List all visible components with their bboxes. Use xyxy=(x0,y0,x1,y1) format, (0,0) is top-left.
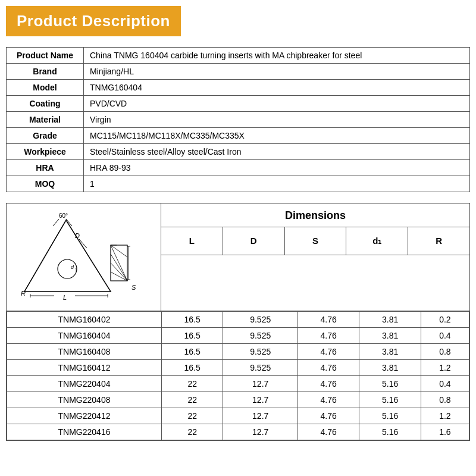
row-label: Brand xyxy=(7,64,84,80)
value-cell: 3.81 xyxy=(359,360,421,376)
page-title: Product Description xyxy=(17,12,170,30)
dimensions-top: 60° D d 1 xyxy=(7,203,469,311)
model-cell: TNMG220408 xyxy=(7,392,162,408)
value-cell: 1.2 xyxy=(421,408,469,424)
row-value: HRA 89-93 xyxy=(84,160,470,176)
table-row: MOQ1 xyxy=(7,176,470,192)
col-header: D xyxy=(223,227,285,255)
value-cell: 12.7 xyxy=(223,376,298,392)
value-cell: 16.5 xyxy=(162,344,223,360)
svg-line-12 xyxy=(111,263,127,281)
value-cell: 9.525 xyxy=(223,344,298,360)
model-cell: TNMG160408 xyxy=(7,344,162,360)
svg-line-1 xyxy=(53,219,59,226)
value-cell: 5.16 xyxy=(359,408,421,424)
svg-text:60°: 60° xyxy=(59,212,68,219)
value-cell: 4.76 xyxy=(298,344,359,360)
row-value: PVD/CVD xyxy=(84,96,470,112)
value-cell: 3.81 xyxy=(359,344,421,360)
model-cell: TNMG220416 xyxy=(7,424,162,440)
table-row: CoatingPVD/CVD xyxy=(7,96,470,112)
value-cell: 12.7 xyxy=(223,392,298,408)
value-cell: 16.5 xyxy=(162,328,223,344)
dimensions-col-headers: LDSd₁R xyxy=(161,227,469,255)
table-row: TNMG2204082212.74.765.160.8 xyxy=(7,392,469,408)
value-cell: 0.8 xyxy=(421,392,469,408)
header-banner: Product Description xyxy=(6,6,181,36)
row-value: Virgin xyxy=(84,112,470,128)
row-label: Workpiece xyxy=(7,144,84,160)
value-cell: 1.2 xyxy=(421,360,469,376)
table-row: TNMG16041216.59.5254.763.811.2 xyxy=(7,360,469,376)
value-cell: 16.5 xyxy=(162,360,223,376)
dimensions-section: 60° D d 1 xyxy=(6,203,470,441)
row-label: HRA xyxy=(7,160,84,176)
model-cell: TNMG160412 xyxy=(7,360,162,376)
row-value: Steel/Stainless steel/Alloy steel/Cast I… xyxy=(84,144,470,160)
dimensions-data-table: TNMG16040216.59.5254.763.810.2TNMG160404… xyxy=(7,311,469,440)
table-row: TNMG2204122212.74.765.161.2 xyxy=(7,408,469,424)
value-cell: 9.525 xyxy=(223,328,298,344)
row-value: 1 xyxy=(84,176,470,192)
model-cell: TNMG160404 xyxy=(7,328,162,344)
value-cell: 9.525 xyxy=(223,312,298,328)
table-row: TNMG16040816.59.5254.763.810.8 xyxy=(7,344,469,360)
svg-line-14 xyxy=(111,245,127,257)
col-header: d₁ xyxy=(346,227,408,255)
row-label: Material xyxy=(7,112,84,128)
row-value: China TNMG 160404 carbide turning insert… xyxy=(84,48,470,64)
value-cell: 22 xyxy=(162,408,223,424)
value-cell: 1.6 xyxy=(421,424,469,440)
table-row: GradeMC115/MC118/MC118X/MC335/MC335X xyxy=(7,128,470,144)
value-cell: 12.7 xyxy=(223,424,298,440)
value-cell: 5.16 xyxy=(359,376,421,392)
value-cell: 22 xyxy=(162,376,223,392)
svg-text:R: R xyxy=(21,290,26,297)
svg-text:L: L xyxy=(63,294,67,301)
value-cell: 4.76 xyxy=(298,328,359,344)
value-cell: 4.76 xyxy=(298,424,359,440)
table-row: BrandMinjiang/HL xyxy=(7,64,470,80)
svg-marker-3 xyxy=(24,220,111,292)
value-cell: 5.16 xyxy=(359,424,421,440)
value-cell: 9.525 xyxy=(223,360,298,376)
row-value: TNMG160404 xyxy=(84,80,470,96)
value-cell: 4.76 xyxy=(298,392,359,408)
row-label: Coating xyxy=(7,96,84,112)
col-header: R xyxy=(408,227,469,255)
value-cell: 12.7 xyxy=(223,408,298,424)
table-row: TNMG2204162212.74.765.161.6 xyxy=(7,424,469,440)
row-label: Model xyxy=(7,80,84,96)
svg-text:d: d xyxy=(71,264,74,270)
value-cell: 3.81 xyxy=(359,328,421,344)
row-label: Product Name xyxy=(7,48,84,64)
model-cell: TNMG160402 xyxy=(7,312,162,328)
model-cell: TNMG220412 xyxy=(7,408,162,424)
value-cell: 0.4 xyxy=(421,376,469,392)
row-value: Minjiang/HL xyxy=(84,64,470,80)
table-row: HRAHRA 89-93 xyxy=(7,160,470,176)
product-info-table: Product NameChina TNMG 160404 carbide tu… xyxy=(6,47,470,192)
row-label: Grade xyxy=(7,128,84,144)
row-label: MOQ xyxy=(7,176,84,192)
col-header: S xyxy=(285,227,347,255)
svg-point-4 xyxy=(58,259,77,278)
value-cell: 4.76 xyxy=(298,312,359,328)
table-row: ModelTNMG160404 xyxy=(7,80,470,96)
value-cell: 4.76 xyxy=(298,376,359,392)
value-cell: 5.16 xyxy=(359,392,421,408)
value-cell: 4.76 xyxy=(298,408,359,424)
value-cell: 0.2 xyxy=(421,312,469,328)
svg-line-11 xyxy=(111,254,127,281)
value-cell: 16.5 xyxy=(162,312,223,328)
value-cell: 22 xyxy=(162,424,223,440)
model-cell: TNMG220404 xyxy=(7,376,162,392)
table-row: Product NameChina TNMG 160404 carbide tu… xyxy=(7,48,470,64)
table-row: TNMG16040416.59.5254.763.810.4 xyxy=(7,328,469,344)
svg-text:1: 1 xyxy=(75,268,77,272)
value-cell: 4.76 xyxy=(298,360,359,376)
value-cell: 22 xyxy=(162,392,223,408)
dimensions-title: Dimensions xyxy=(161,203,469,227)
row-value: MC115/MC118/MC118X/MC335/MC335X xyxy=(84,128,470,144)
svg-text:S: S xyxy=(131,284,136,291)
